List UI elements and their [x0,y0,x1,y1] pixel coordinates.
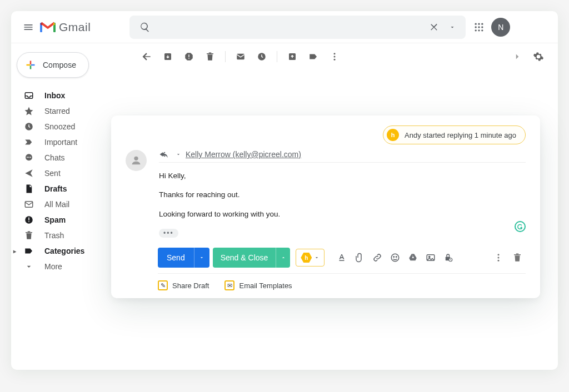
insert-link-button[interactable] [369,249,386,266]
sidebar-item-label: Inbox [44,91,65,100]
email-templates-button[interactable]: Email Templates [224,280,292,290]
sidebar-item-label: Snoozed [44,122,75,131]
svg-rect-24 [28,221,29,222]
text-format-icon [337,253,347,263]
recipient-name[interactable]: Kelly Merrow (kelly@picreel.com) [186,150,301,159]
svg-point-7 [482,26,483,28]
hiver-share-row: Share Draft Email Templates [158,273,526,290]
body-line: Looking forward to working with you. [159,209,526,220]
topbar: Gmail N [11,11,558,43]
sidebar-item-inbox[interactable]: Inbox [11,88,125,103]
report-spam-button[interactable] [179,47,198,66]
sidebar-item-label: Spam [44,215,66,224]
archive-button[interactable] [158,47,177,66]
label-icon [308,52,318,62]
sidebar-item-important[interactable]: Important [11,134,125,150]
more-actions-button[interactable] [325,47,344,66]
apps-grid-icon [473,22,485,33]
search-icon[interactable] [134,22,156,33]
svg-point-32 [334,56,336,58]
recipient-avatar[interactable] [126,150,147,171]
drive-icon [408,253,418,263]
spam-icon [23,215,34,225]
compose-body[interactable]: Hi Kelly, Thanks for reaching out. Looki… [159,170,526,239]
sidebar-item-categories[interactable]: ▸ Categories [11,243,125,259]
report-icon [184,52,194,62]
mark-unread-button[interactable] [231,47,250,66]
svg-point-9 [478,29,480,31]
svg-rect-26 [188,54,189,57]
compose-button[interactable]: Compose [17,52,89,78]
collaboration-activity-pill[interactable]: h Andy started replying 1 minute ago [383,125,526,144]
share-draft-button[interactable]: Share Draft [158,280,209,290]
reply-type-dropdown[interactable] [176,152,181,157]
more-vert-icon [330,52,340,62]
sidebar-item-trash[interactable]: Trash [11,228,125,243]
attach-file-button[interactable] [351,249,368,266]
clock-icon [257,52,267,62]
plus-icon [25,59,36,71]
gmail-logo[interactable]: Gmail [40,21,91,34]
account-avatar[interactable]: N [491,18,510,37]
insert-drive-button[interactable] [405,249,421,266]
sent-icon [23,168,34,178]
svg-point-42 [498,254,500,255]
settings-button[interactable] [529,47,548,66]
back-button[interactable] [137,47,156,66]
insert-photo-button[interactable] [422,249,439,266]
clock-icon [23,122,34,132]
send-options-dropdown[interactable] [194,248,209,268]
chats-icon [23,153,34,163]
search-options-button[interactable] [443,24,461,31]
body-line: Thanks for reaching out. [159,189,526,200]
svg-rect-27 [188,58,189,59]
svg-point-36 [393,257,395,258]
sidebar-item-more[interactable]: More [11,259,125,274]
show-trimmed-content-button[interactable]: ••• [159,229,178,238]
trash-icon [512,253,522,263]
delete-button[interactable] [201,47,219,66]
recipient-line[interactable]: Kelly Merrow (kelly@picreel.com) [159,150,526,163]
search-bar[interactable] [129,16,466,39]
confidential-mode-button[interactable] [440,249,457,266]
gear-icon [533,51,544,62]
sidebar-item-chats[interactable]: Chats [11,150,125,165]
move-to-button[interactable] [283,47,302,66]
caret-down-icon [176,152,181,157]
svg-point-20 [30,157,31,158]
google-apps-button[interactable] [473,22,485,33]
clear-search-button[interactable] [426,22,443,32]
svg-point-19 [28,157,29,158]
main-menu-button[interactable] [17,22,40,33]
sidebar-item-sent[interactable]: Sent [11,165,125,181]
discard-draft-button[interactable] [509,249,526,266]
compose-label: Compose [43,61,76,69]
compose-action-bar: Send Send & Close h [158,248,526,268]
insert-emoji-button[interactable] [387,249,403,266]
hiver-dropdown[interactable]: h [296,249,325,267]
more-vert-icon [493,253,503,263]
text-format-button[interactable] [333,249,350,266]
svg-point-39 [429,256,430,257]
sidebar-item-snoozed[interactable]: Snoozed [11,119,125,134]
svg-rect-23 [28,218,29,220]
svg-point-44 [498,260,500,262]
trash-icon [23,230,34,240]
labels-button[interactable] [304,47,323,66]
email-templates-label: Email Templates [239,282,292,290]
next-page-button[interactable] [508,47,527,66]
send-close-options-dropdown[interactable] [276,248,290,268]
sidebar-item-allmail[interactable]: All Mail [11,197,125,212]
compose-more-button[interactable] [490,249,507,266]
sidebar-item-spam[interactable]: Spam [11,212,125,228]
reply-all-icon[interactable] [159,150,171,159]
snooze-button[interactable] [252,47,271,66]
sidebar-item-drafts[interactable]: Drafts [11,181,125,197]
sidebar-item-starred[interactable]: Starred [11,103,125,119]
send-and-close-button[interactable]: Send & Close [213,248,291,268]
brand-name: Gmail [59,21,91,34]
svg-point-37 [396,257,397,258]
grammarly-badge[interactable] [515,221,526,232]
mail-toolbar [125,43,558,70]
send-button[interactable]: Send [158,248,209,268]
